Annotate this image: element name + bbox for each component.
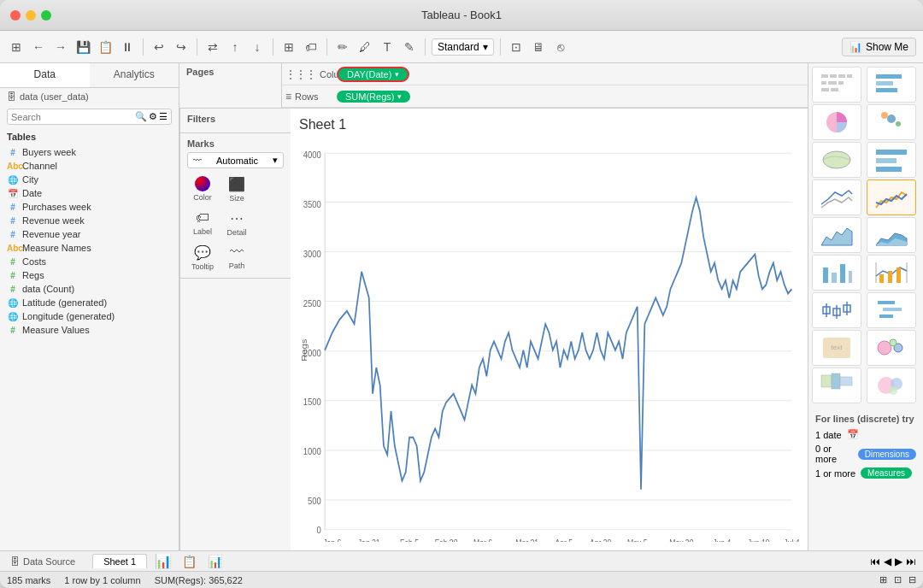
nav-back-icon[interactable]: ◀ (884, 556, 891, 567)
group-icon[interactable]: ⊞ (279, 38, 298, 56)
chart-type-map1[interactable] (812, 142, 861, 178)
svg-text:Mar 6: Mar 6 (473, 538, 492, 542)
forward-icon[interactable]: → (51, 38, 70, 56)
tab-analytics[interactable]: Analytics (90, 63, 179, 87)
marks-detail-button[interactable]: ⋯ Detail (221, 208, 252, 238)
redo-icon[interactable]: ↪ (172, 38, 191, 56)
chart-type-text[interactable] (812, 67, 861, 103)
columns-pill[interactable]: DAY(Date) ▾ (337, 67, 409, 82)
duplicate-sheet-icon[interactable]: 📋 (179, 552, 198, 571)
nav-end-icon[interactable]: ⏭ (906, 556, 916, 567)
add-dashboard-icon[interactable]: 📊 (205, 552, 224, 571)
marks-dropdown[interactable]: 〰 Automatic ▾ (187, 152, 284, 168)
save-as-icon[interactable]: 📋 (96, 38, 115, 56)
fit-view-icon[interactable]: ⊡ (894, 574, 902, 585)
list-item[interactable]: #Regs (7, 268, 172, 282)
chart-type-scatter1[interactable] (867, 104, 916, 140)
list-item[interactable]: #Revenue year (7, 227, 172, 241)
svg-text:0: 0 (317, 525, 321, 535)
label-icon[interactable]: 🏷 (302, 38, 320, 56)
list-item[interactable]: #Purchases week (7, 200, 172, 214)
nav-start-icon[interactable]: ⏮ (870, 556, 880, 567)
pill-drop-icon[interactable]: ▾ (397, 92, 402, 101)
pause-icon[interactable]: ⏸ (118, 38, 137, 56)
svg-point-50 (823, 151, 850, 168)
sort-asc-icon[interactable]: ↑ (226, 38, 244, 56)
sep5 (425, 38, 426, 56)
fit-icon[interactable]: ⊡ (507, 38, 526, 56)
sheet-tab[interactable]: Sheet 1 (92, 554, 147, 568)
chart-type-circle[interactable] (867, 330, 916, 366)
close-button[interactable] (10, 10, 21, 21)
chart-type-area2[interactable] (867, 217, 916, 253)
text-icon[interactable]: T (378, 38, 397, 56)
marks-size-button[interactable]: ⬛ Size (221, 173, 252, 204)
chart-type-hbar[interactable] (867, 67, 916, 103)
full-view-icon[interactable]: ⊟ (908, 574, 916, 585)
search-input[interactable] (11, 112, 135, 122)
svg-point-82 (889, 386, 897, 395)
chart-type-dual[interactable] (867, 255, 916, 291)
list-item[interactable]: AbcMeasure Names (7, 241, 172, 255)
new-sheet-icon[interactable]: 📊 (154, 552, 173, 571)
list-item[interactable]: #Revenue week (7, 214, 172, 227)
chart-type-gantt[interactable] (867, 292, 916, 328)
marks-icons-grid: Color ⬛ Size 🏷 Label ⋯ (187, 173, 284, 273)
chart-type-line1[interactable] (812, 179, 861, 215)
search-bar[interactable]: 🔍 ⚙ ☰ (7, 109, 172, 125)
show-me-button[interactable]: 📊 Show Me (842, 38, 916, 56)
swap-icon[interactable]: ⇄ (203, 38, 222, 56)
tab-data[interactable]: Data (0, 63, 90, 87)
list-item[interactable]: #Costs (7, 255, 172, 268)
marks-color-button[interactable]: Color (187, 173, 218, 204)
grid-view-icon[interactable]: ⊞ (879, 574, 887, 585)
chart-type-box[interactable] (812, 292, 861, 328)
chart-type-bubble[interactable] (867, 368, 916, 403)
share-icon[interactable]: ⎋ (551, 38, 570, 56)
chart-type-scatter2[interactable]: text (812, 330, 861, 366)
list-item[interactable]: 📅Date (7, 186, 172, 200)
save-icon[interactable]: 💾 (73, 38, 92, 56)
svg-point-47 (881, 112, 888, 119)
device-icon[interactable]: 🖥 (529, 38, 548, 56)
list-item[interactable]: #data (Count) (7, 282, 172, 296)
minimize-button[interactable] (26, 10, 36, 21)
highlight-icon[interactable]: 🖊 (356, 38, 374, 56)
list-item[interactable]: 🌐Longitude (generated) (7, 309, 172, 323)
maximize-button[interactable] (41, 10, 51, 21)
list-item[interactable]: #Buyers week (7, 145, 172, 159)
datasource-tab[interactable]: 🗄 Data Source (0, 555, 85, 568)
list-item[interactable]: 🌐City (7, 173, 172, 186)
annotate-icon[interactable]: ✎ (400, 38, 419, 56)
chart-type-vbar[interactable] (812, 255, 861, 291)
chart-type-map2[interactable] (812, 368, 861, 403)
list-item[interactable]: AbcChannel (7, 159, 172, 173)
grid-icon[interactable]: ⊞ (7, 38, 26, 56)
chart-type-line2[interactable] (867, 179, 916, 215)
pill-close-icon[interactable]: ▾ (395, 70, 399, 79)
marks-label-button[interactable]: 🏷 Label (187, 208, 218, 238)
undo-icon[interactable]: ↩ (150, 38, 168, 56)
standard-dropdown[interactable]: Standard ▾ (432, 38, 494, 56)
list-item[interactable]: 🌐Latitude (generated) (7, 296, 172, 309)
svg-rect-52 (876, 158, 897, 163)
sort-desc-icon[interactable]: ↓ (248, 38, 267, 56)
line-chart: 4000 3500 3000 2500 2000 1500 1000 500 0 (299, 141, 799, 542)
chart-type-pie1[interactable] (812, 104, 861, 140)
svg-text:3000: 3000 (303, 249, 321, 259)
chart-type-hbar2[interactable] (867, 142, 916, 178)
nav-fwd-icon[interactable]: ▶ (895, 556, 902, 567)
marks-tooltip-button[interactable]: 💬 Tooltip (187, 242, 218, 273)
filter-icon[interactable]: ⚙ (149, 111, 157, 122)
list-item[interactable]: #Measure Values (7, 323, 172, 337)
svg-rect-62 (897, 268, 901, 283)
chevron-down-icon: ▾ (483, 41, 488, 53)
pen-icon[interactable]: ✏ (333, 38, 352, 56)
back-icon[interactable]: ← (29, 38, 48, 56)
view-icon[interactable]: ☰ (159, 111, 168, 122)
chart-type-area1[interactable] (812, 217, 861, 253)
rows-pill[interactable]: SUM(Regs) ▾ (337, 91, 410, 103)
marks-path-button[interactable]: 〰 Path (221, 242, 252, 273)
svg-rect-78 (832, 373, 840, 389)
title-bar: Tableau - Book1 (0, 0, 923, 31)
